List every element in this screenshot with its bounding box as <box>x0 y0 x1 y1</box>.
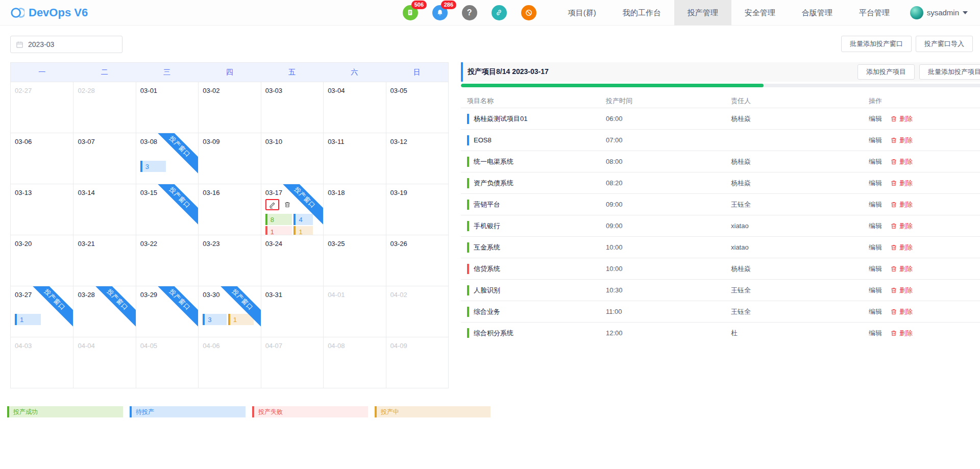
status-bar: 1 <box>293 226 313 235</box>
bell-icon[interactable]: 286 <box>432 5 448 20</box>
add-project-button[interactable]: 添加投产项目 <box>857 64 915 80</box>
calendar-cell[interactable]: 03-11 <box>323 133 385 184</box>
column-header: 项目名称 <box>461 96 600 106</box>
edit-link[interactable]: 编辑 <box>869 264 882 274</box>
link-icon[interactable] <box>492 5 507 20</box>
help-icon[interactable]: ? <box>462 5 477 20</box>
nav-item-1[interactable]: 项目(群) <box>555 0 609 26</box>
calendar-cell[interactable]: 02-27 <box>11 82 73 133</box>
calendar-cell[interactable]: 03-24 <box>261 235 323 286</box>
project-name: 人脸识别 <box>474 286 500 295</box>
calendar-cell[interactable]: 03-25 <box>323 235 385 286</box>
document-icon[interactable]: 506 <box>403 5 418 20</box>
edit-link[interactable]: 编辑 <box>869 329 882 338</box>
edit-link[interactable]: 编辑 <box>869 221 882 231</box>
nav-item-6[interactable]: 平台管理 <box>846 0 903 26</box>
user-menu[interactable]: sysadmin <box>903 6 980 19</box>
delete-link[interactable]: 删除 <box>890 157 913 166</box>
calendar-cell[interactable]: 04-02 <box>386 286 448 337</box>
calendar-cell[interactable]: 03-26 <box>386 235 448 286</box>
edit-link[interactable]: 编辑 <box>869 179 882 188</box>
calendar-cell[interactable]: 03-04 <box>323 82 385 133</box>
edit-icon-highlight[interactable] <box>265 199 279 210</box>
calendar-cell[interactable]: 03-18 <box>323 184 385 235</box>
cell-date-label: 04-04 <box>78 342 94 350</box>
project-name: 杨桂焱测试项目01 <box>474 114 527 124</box>
delete-link[interactable]: 删除 <box>890 136 913 145</box>
calendar-cell[interactable]: 03-19 <box>386 184 448 235</box>
actions-cell: 编辑删除 <box>863 157 980 166</box>
calendar-cell[interactable]: 04-01 <box>323 286 385 337</box>
calendar-cell[interactable]: 03-05 <box>386 82 448 133</box>
calendar-cell[interactable]: 03-27投产窗口1 <box>11 286 73 337</box>
calendar-cell[interactable]: 03-29投产窗口 <box>136 286 198 337</box>
delete-icon[interactable] <box>284 201 291 208</box>
batch-add-project-button[interactable]: 批量添加投产项目 <box>919 64 980 80</box>
calendar-cell[interactable]: 03-16 <box>198 184 260 235</box>
calendar-cell[interactable]: 03-23 <box>198 235 260 286</box>
status-bar: 1 <box>15 314 41 325</box>
calendar-cell[interactable]: 03-28投产窗口 <box>73 286 135 337</box>
calendar-cell[interactable]: 03-14 <box>73 184 135 235</box>
calendar-cell[interactable]: 04-03 <box>11 337 73 388</box>
calendar-cell[interactable]: 03-06 <box>11 133 73 184</box>
nav-item-4[interactable]: 安全管理 <box>731 0 789 26</box>
edit-link[interactable]: 编辑 <box>869 136 882 145</box>
launch-time-cell: 12:00 <box>600 329 725 337</box>
edit-link[interactable]: 编辑 <box>869 286 882 295</box>
ban-icon[interactable] <box>521 5 536 20</box>
notification-badge: 506 <box>411 1 427 9</box>
calendar-cell[interactable]: 03-15投产窗口 <box>136 184 198 235</box>
delete-link[interactable]: 删除 <box>890 200 913 209</box>
calendar-cell[interactable]: 04-08 <box>323 337 385 388</box>
calendar-cell[interactable]: 03-21 <box>73 235 135 286</box>
launch-time-cell: 09:00 <box>600 222 725 230</box>
delete-link[interactable]: 删除 <box>890 221 913 231</box>
edit-link[interactable]: 编辑 <box>869 200 882 209</box>
calendar-cell[interactable]: 03-02 <box>198 82 260 133</box>
calendar-cell[interactable]: 03-17投产窗口8411 <box>261 184 323 235</box>
calendar-cell[interactable]: 04-06 <box>198 337 260 388</box>
calendar-cell[interactable]: 03-01 <box>136 82 198 133</box>
window-import-button[interactable]: 投产窗口导入 <box>916 36 973 52</box>
calendar-cell[interactable]: 03-09 <box>198 133 260 184</box>
delete-link[interactable]: 删除 <box>890 329 913 338</box>
calendar-cell[interactable]: 03-03 <box>261 82 323 133</box>
delete-link[interactable]: 删除 <box>890 264 913 274</box>
calendar-cell[interactable]: 04-05 <box>136 337 198 388</box>
month-picker-input[interactable]: 2023-03 <box>10 36 122 53</box>
edit-link[interactable]: 编辑 <box>869 157 882 166</box>
calendar-cell[interactable]: 03-20 <box>11 235 73 286</box>
edit-link[interactable]: 编辑 <box>869 114 882 124</box>
calendar-cell[interactable]: 03-13 <box>11 184 73 235</box>
delete-link[interactable]: 删除 <box>890 179 913 188</box>
edit-link[interactable]: 编辑 <box>869 307 882 316</box>
edit-link[interactable]: 编辑 <box>869 243 882 252</box>
calendar-cell[interactable]: 03-30投产窗口31 <box>198 286 260 337</box>
nav-item-2[interactable]: 我的工作台 <box>609 0 674 26</box>
status-bar: 1 <box>265 226 292 235</box>
panel-title: 投产项目8/14 2023-03-17 <box>468 67 549 77</box>
calendar-cell[interactable]: 04-09 <box>386 337 448 388</box>
calendar-cell[interactable]: 03-10 <box>261 133 323 184</box>
cell-date-label: 04-02 <box>390 291 407 299</box>
delete-label: 删除 <box>899 136 913 145</box>
calendar-cell[interactable]: 03-08投产窗口3 <box>136 133 198 184</box>
nav-item-3[interactable]: 投产管理 <box>674 0 731 26</box>
status-bar-row: 1 <box>15 314 69 325</box>
calendar-cell[interactable]: 04-04 <box>73 337 135 388</box>
calendar-cell[interactable]: 03-22 <box>136 235 198 286</box>
calendar-cell[interactable]: 03-07 <box>73 133 135 184</box>
calendar-cell[interactable]: 04-07 <box>261 337 323 388</box>
cell-date-label: 02-27 <box>15 87 32 94</box>
delete-link[interactable]: 删除 <box>890 286 913 295</box>
calendar-cell[interactable]: 02-28 <box>73 82 135 133</box>
delete-link[interactable]: 删除 <box>890 243 913 252</box>
nav-item-5[interactable]: 合版管理 <box>789 0 846 26</box>
delete-link[interactable]: 删除 <box>890 114 913 124</box>
project-name: 统一电渠系统 <box>474 157 513 166</box>
delete-link[interactable]: 删除 <box>890 307 913 316</box>
batch-add-window-button[interactable]: 批量添加投产窗口 <box>841 36 912 52</box>
calendar-cell[interactable]: 03-12 <box>386 133 448 184</box>
calendar-cell[interactable]: 03-31 <box>261 286 323 337</box>
